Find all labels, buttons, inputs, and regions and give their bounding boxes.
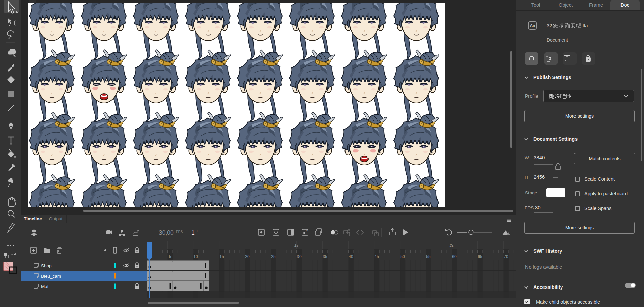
svg-text:A: A (306, 228, 308, 232)
svg-text:5: 5 (169, 254, 171, 259)
svg-text:40: 40 (349, 254, 353, 259)
svg-text:60: 60 (452, 254, 457, 259)
svg-text:FPS: FPS (176, 230, 183, 234)
svg-text:10: 10 (193, 254, 198, 259)
svg-text:1: 1 (191, 229, 195, 236)
svg-text:50: 50 (400, 254, 405, 259)
svg-text:1s: 1s (294, 243, 298, 247)
svg-text:Shop: Shop (41, 263, 52, 268)
svg-text:F: F (197, 229, 199, 233)
svg-text:45: 45 (374, 254, 379, 259)
svg-text:55: 55 (426, 254, 431, 259)
svg-text:Mat: Mat (41, 284, 49, 289)
svg-text:2s: 2s (449, 243, 454, 247)
svg-text:Bieu_cam: Bieu_cam (41, 274, 61, 279)
svg-text:15: 15 (219, 254, 224, 259)
svg-text:70: 70 (504, 254, 508, 259)
svg-text:20: 20 (245, 254, 250, 259)
svg-text:25: 25 (271, 254, 276, 259)
svg-text:30: 30 (297, 254, 302, 259)
svg-text:65: 65 (478, 254, 482, 259)
svg-text:30,00: 30,00 (159, 229, 174, 236)
svg-text:35: 35 (323, 254, 327, 259)
